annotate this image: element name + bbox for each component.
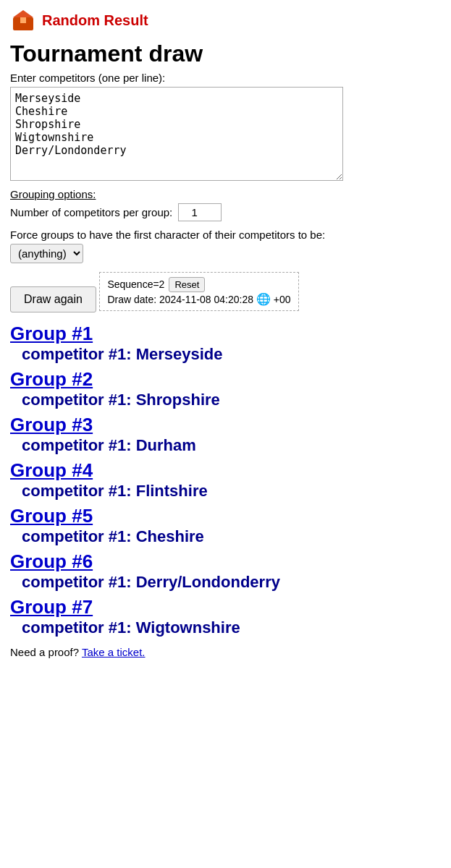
group-section: Group #6competitor #1: Derry/Londonderry — [10, 550, 441, 592]
site-title: Random Result — [42, 12, 148, 29]
group-title-7[interactable]: Group #7 — [10, 596, 441, 618]
sequence-box: Sequence=2 Reset Draw date: 2024-11-08 0… — [99, 272, 298, 311]
competitor-2-1: competitor #1: Shropshire — [22, 391, 441, 409]
force-row: Force groups to have the first character… — [10, 227, 441, 263]
competitor-3-1: competitor #1: Durham — [22, 436, 441, 455]
timezone-text: +00 — [274, 294, 291, 305]
per-group-row: Number of competitors per group: — [10, 203, 441, 221]
groups-container: Group #1competitor #1: MerseysideGroup #… — [10, 323, 441, 637]
reset-button[interactable]: Reset — [169, 277, 205, 292]
competitors-label: Enter competitors (one per line): — [10, 72, 441, 84]
group-title-3[interactable]: Group #3 — [10, 414, 441, 436]
per-group-input[interactable] — [178, 203, 222, 221]
draw-again-button[interactable]: Draw again — [10, 286, 96, 312]
draw-date-text: Draw date: 2024-11-08 04:20:28 — [107, 294, 253, 305]
group-section: Group #5competitor #1: Cheshire — [10, 505, 441, 546]
page-title: Tournament draw — [10, 41, 441, 67]
group-section: Group #4competitor #1: Flintshire — [10, 459, 441, 501]
sequence-text: Sequence=2 — [107, 278, 164, 290]
take-ticket-link[interactable]: Take a ticket. — [82, 646, 146, 658]
group-title-4[interactable]: Group #4 — [10, 459, 441, 482]
group-section: Group #1competitor #1: Merseyside — [10, 323, 441, 364]
logo-icon — [10, 7, 36, 33]
force-select[interactable]: (anything) A B C — [10, 244, 83, 263]
svg-rect-2 — [20, 17, 26, 23]
footer-text: Need a proof? — [10, 646, 79, 658]
group-title-1[interactable]: Group #1 — [10, 323, 441, 345]
grouping-options-label: Grouping options: — [10, 188, 441, 200]
group-title-2[interactable]: Group #2 — [10, 368, 441, 391]
header: Random Result — [10, 7, 441, 33]
competitor-7-1: competitor #1: Wigtownshire — [22, 618, 441, 637]
competitor-4-1: competitor #1: Flintshire — [22, 482, 441, 501]
force-label: Force groups to have the first character… — [10, 229, 325, 241]
sequence-line: Sequence=2 Reset — [107, 277, 290, 292]
draw-date-line: Draw date: 2024-11-08 04:20:28 🌐 +00 — [107, 292, 290, 306]
group-section: Group #3competitor #1: Durham — [10, 414, 441, 455]
globe-icon: 🌐 — [256, 293, 271, 305]
group-title-6[interactable]: Group #6 — [10, 550, 441, 573]
competitor-5-1: competitor #1: Cheshire — [22, 527, 441, 546]
per-group-label: Number of competitors per group: — [10, 206, 172, 218]
group-title-5[interactable]: Group #5 — [10, 505, 441, 527]
footer: Need a proof? Take a ticket. — [10, 646, 441, 658]
competitors-input[interactable]: Merseyside Cheshire Shropshire Wigtownsh… — [10, 87, 343, 181]
competitor-6-1: competitor #1: Derry/Londonderry — [22, 573, 441, 592]
group-section: Group #2competitor #1: Shropshire — [10, 368, 441, 409]
competitor-1-1: competitor #1: Merseyside — [22, 345, 441, 364]
svg-marker-1 — [13, 10, 33, 17]
group-section: Group #7competitor #1: Wigtownshire — [10, 596, 441, 637]
